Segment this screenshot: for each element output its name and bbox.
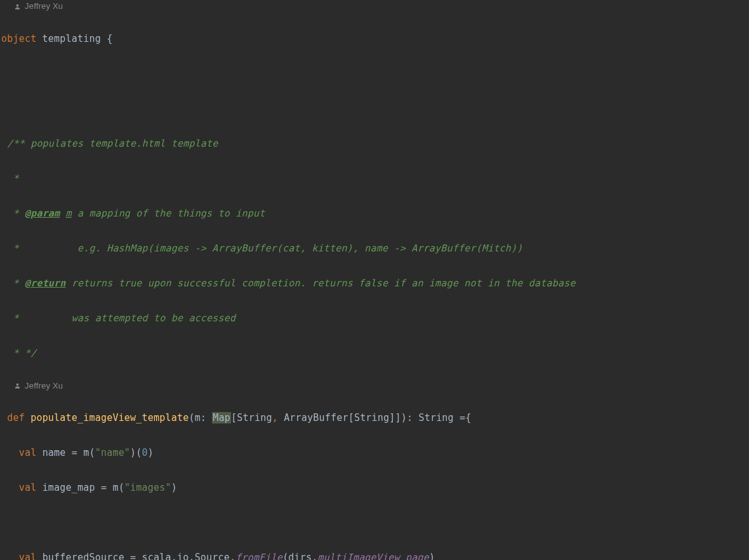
highlighted-map: Map [212,412,231,423]
person-icon [14,3,21,10]
doc-comment: /** populates template.html template [1,138,218,149]
author-annotation-1: Jeffrey Xu [0,0,749,13]
param-tag: @param [25,208,60,219]
person-icon [14,382,21,389]
return-tag: @return [25,277,66,289]
svg-point-0 [17,4,19,6]
author-annotation-2: Jeffrey Xu [0,380,749,392]
keyword-object: object [1,33,36,44]
function-name: populate_imageView_template [30,412,189,423]
svg-point-1 [17,383,19,386]
author-name: Jeffrey Xu [25,377,63,395]
author-name: Jeffrey Xu [25,0,63,15]
code-editor-body[interactable]: def populate_imageView_template(m: Map[S… [0,392,749,561]
keyword-def: def [7,412,25,423]
code-editor[interactable]: object templating { /** populates templa… [0,13,749,380]
